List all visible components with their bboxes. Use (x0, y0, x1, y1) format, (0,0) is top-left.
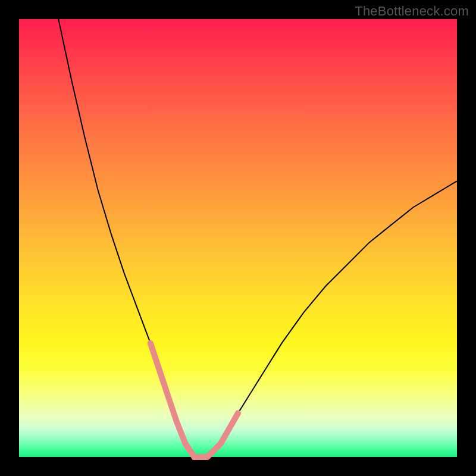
series-group (58, 19, 457, 457)
plot-area (19, 19, 457, 457)
series-curve (58, 19, 457, 457)
curve-layer (19, 19, 457, 457)
series-highlight-bottom (186, 444, 208, 457)
series-highlight-right (208, 413, 239, 457)
chart-frame: TheBottleneck.com (0, 0, 476, 476)
watermark-text: TheBottleneck.com (355, 4, 469, 19)
series-highlight-left (151, 343, 186, 444)
